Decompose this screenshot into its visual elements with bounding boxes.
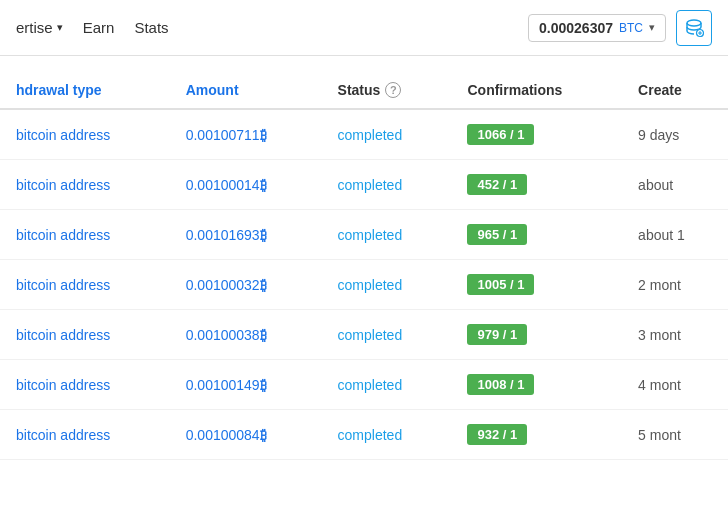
cell-status-1: completed (322, 160, 452, 210)
table-row: bitcoin address 0.00100711₿ completed 10… (0, 109, 728, 160)
col-header-type: hdrawal type (0, 72, 170, 109)
cell-status-3: completed (322, 260, 452, 310)
cell-amount-0: 0.00100711₿ (170, 109, 322, 160)
table-row: bitcoin address 0.00100014₿ completed 45… (0, 160, 728, 210)
cell-confirmations-1: 452 / 1 (451, 160, 622, 210)
cell-created-6: 5 mont (622, 410, 728, 460)
withdrawals-table: hdrawal type Amount Status ? Confirmatio… (0, 72, 728, 460)
cell-status-5: completed (322, 360, 452, 410)
cell-type-2[interactable]: bitcoin address (0, 210, 170, 260)
cell-status-2: completed (322, 210, 452, 260)
table-header-row: hdrawal type Amount Status ? Confirmatio… (0, 72, 728, 109)
col-amount-label: Amount (186, 82, 239, 98)
withdrawals-table-container: hdrawal type Amount Status ? Confirmatio… (0, 56, 728, 476)
cell-confirmations-5: 1008 / 1 (451, 360, 622, 410)
add-wallet-icon (684, 18, 704, 38)
nav-stats-label: Stats (134, 19, 168, 36)
cell-amount-5: 0.00100149₿ (170, 360, 322, 410)
cell-created-1: about (622, 160, 728, 210)
cell-confirmations-4: 979 / 1 (451, 310, 622, 360)
table-row: bitcoin address 0.00101693₿ completed 96… (0, 210, 728, 260)
cell-status-6: completed (322, 410, 452, 460)
nav-item-stats[interactable]: Stats (134, 19, 168, 36)
header: ertise Earn Stats 0.00026307 BTC ▾ (0, 0, 728, 56)
cell-confirmations-2: 965 / 1 (451, 210, 622, 260)
cell-type-0[interactable]: bitcoin address (0, 109, 170, 160)
cell-type-5[interactable]: bitcoin address (0, 360, 170, 410)
cell-amount-3: 0.00100032₿ (170, 260, 322, 310)
cell-amount-4: 0.00100038₿ (170, 310, 322, 360)
balance-dropdown-icon: ▾ (649, 21, 655, 34)
col-status-label: Status (338, 82, 381, 98)
cell-amount-6: 0.00100084₿ (170, 410, 322, 460)
cell-created-3: 2 mont (622, 260, 728, 310)
nav-right: 0.00026307 BTC ▾ (528, 10, 712, 46)
col-header-status: Status ? (322, 72, 452, 109)
col-header-amount: Amount (170, 72, 322, 109)
col-header-created: Create (622, 72, 728, 109)
status-info-icon[interactable]: ? (385, 82, 401, 98)
nav-advertise-label: ertise (16, 19, 53, 36)
cell-confirmations-0: 1066 / 1 (451, 109, 622, 160)
balance-amount: 0.00026307 (539, 20, 613, 36)
cell-created-5: 4 mont (622, 360, 728, 410)
cell-type-3[interactable]: bitcoin address (0, 260, 170, 310)
cell-status-0: completed (322, 109, 452, 160)
nav-left: ertise Earn Stats (16, 19, 169, 36)
cell-amount-1: 0.00100014₿ (170, 160, 322, 210)
cell-type-6[interactable]: bitcoin address (0, 410, 170, 460)
cell-created-4: 3 mont (622, 310, 728, 360)
cell-status-4: completed (322, 310, 452, 360)
svg-point-0 (687, 20, 701, 26)
cell-created-2: about 1 (622, 210, 728, 260)
col-header-confirmations: Confirmations (451, 72, 622, 109)
table-row: bitcoin address 0.00100084₿ completed 93… (0, 410, 728, 460)
col-type-label: hdrawal type (16, 82, 102, 98)
table-row: bitcoin address 0.00100149₿ completed 10… (0, 360, 728, 410)
nav-item-advertise[interactable]: ertise (16, 19, 63, 36)
table-row: bitcoin address 0.00100032₿ completed 10… (0, 260, 728, 310)
cell-amount-2: 0.00101693₿ (170, 210, 322, 260)
balance-selector[interactable]: 0.00026307 BTC ▾ (528, 14, 666, 42)
cell-confirmations-6: 932 / 1 (451, 410, 622, 460)
balance-currency: BTC (619, 21, 643, 35)
nav-item-earn[interactable]: Earn (83, 19, 115, 36)
cell-type-1[interactable]: bitcoin address (0, 160, 170, 210)
add-wallet-button[interactable] (676, 10, 712, 46)
cell-confirmations-3: 1005 / 1 (451, 260, 622, 310)
cell-created-0: 9 days (622, 109, 728, 160)
table-row: bitcoin address 0.00100038₿ completed 97… (0, 310, 728, 360)
col-created-label: Create (638, 82, 682, 98)
nav-earn-label: Earn (83, 19, 115, 36)
col-confirmations-label: Confirmations (467, 82, 562, 98)
cell-type-4[interactable]: bitcoin address (0, 310, 170, 360)
